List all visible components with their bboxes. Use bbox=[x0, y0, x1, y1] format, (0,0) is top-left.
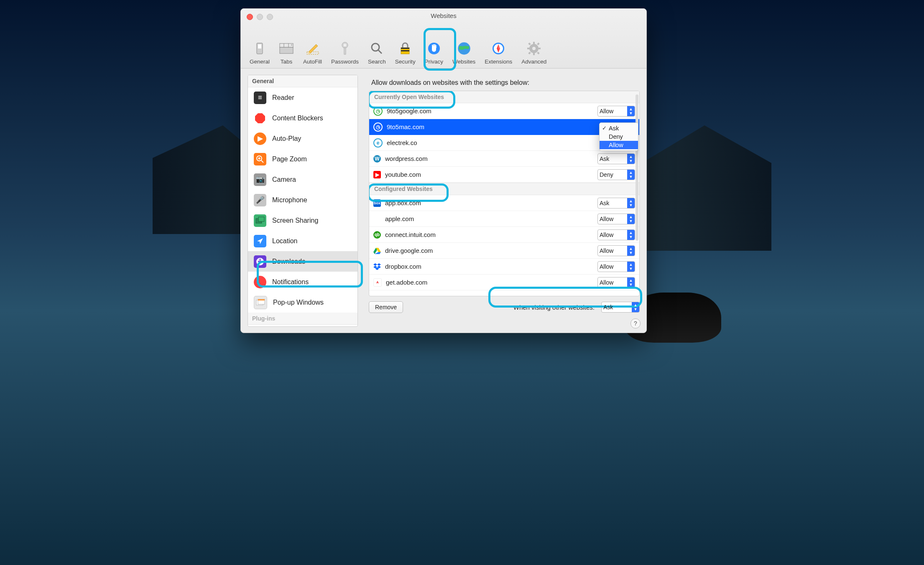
toolbar-extensions[interactable]: Extensions bbox=[480, 41, 517, 66]
svg-rect-34 bbox=[537, 52, 540, 54]
site-row-intuit[interactable]: qb connect.intuit.com Allow▲▼ bbox=[369, 227, 639, 243]
group-header-open: Currently Open Websites bbox=[369, 91, 639, 103]
site-favicon: W bbox=[373, 155, 381, 163]
sidebar-section-plugins: Plug-ins bbox=[248, 313, 357, 325]
permission-select[interactable]: Deny▲▼ bbox=[597, 169, 635, 180]
hand-icon bbox=[426, 41, 442, 56]
sidebar-item-page-zoom[interactable]: Page Zoom bbox=[248, 149, 357, 169]
site-favicon bbox=[373, 247, 381, 255]
sidebar-item-label: Page Zoom bbox=[272, 155, 307, 163]
toolbar-label: General bbox=[250, 59, 270, 65]
sidebar-item-downloads[interactable]: Downloads bbox=[248, 251, 357, 272]
content-area: General ≡Reader Content Blockers ▶Auto-P… bbox=[248, 75, 640, 327]
site-name: drive.google.com bbox=[385, 247, 593, 254]
popup-option-allow[interactable]: Allow bbox=[600, 141, 638, 149]
toolbar-websites[interactable]: Websites bbox=[448, 41, 480, 66]
main-heading: Allow downloads on websites with the set… bbox=[371, 79, 640, 87]
toolbar-security[interactable]: Security bbox=[391, 41, 420, 66]
toolbar-tabs[interactable]: + Tabs bbox=[274, 41, 299, 66]
site-row-9to5google[interactable]: ◷ 9to5google.com Allow▲▼ bbox=[369, 103, 639, 119]
site-name: get.adobe.com bbox=[386, 279, 593, 286]
sidebar-item-label: Reader bbox=[272, 94, 294, 102]
help-button[interactable]: ? bbox=[630, 318, 641, 328]
svg-rect-27 bbox=[533, 42, 535, 44]
site-row-apple[interactable]: apple.com Allow▲▼ bbox=[369, 211, 639, 227]
site-name: youtube.com bbox=[385, 171, 593, 178]
site-row-drive[interactable]: drive.google.com Allow▲▼ bbox=[369, 243, 639, 259]
popup-option-ask[interactable]: Ask bbox=[600, 124, 638, 132]
reader-icon: ≡ bbox=[254, 92, 266, 104]
toolbar-label: Tabs bbox=[281, 59, 293, 65]
svg-point-11 bbox=[372, 43, 379, 51]
permission-select[interactable]: Allow▲▼ bbox=[597, 214, 635, 224]
sidebar-item-location[interactable]: Location bbox=[248, 231, 357, 251]
scrollbar[interactable] bbox=[636, 94, 638, 241]
sidebar-item-label: Camera bbox=[272, 176, 296, 183]
titlebar: Websites General + Tabs AutoFill Passwor… bbox=[241, 9, 646, 69]
list-scroll[interactable]: Currently Open Websites ◷ 9to5google.com… bbox=[369, 91, 639, 296]
notification-badge-icon bbox=[254, 276, 266, 288]
site-favicon: A bbox=[373, 278, 382, 287]
popup-option-deny[interactable]: Deny bbox=[600, 132, 638, 141]
site-row-wordpress[interactable]: W wordpress.com Ask▲▼ bbox=[369, 151, 639, 167]
toolbar-search[interactable]: Search bbox=[363, 41, 391, 66]
sidebar-item-reader[interactable]: ≡Reader bbox=[248, 87, 357, 108]
toolbar-autofill[interactable]: AutoFill bbox=[299, 41, 327, 66]
svg-point-9 bbox=[344, 44, 346, 46]
permission-popup-menu: Ask Deny Allow bbox=[599, 122, 638, 151]
zoom-icon bbox=[254, 153, 266, 165]
svg-rect-10 bbox=[344, 48, 346, 54]
svg-point-26 bbox=[532, 47, 536, 50]
sidebar-item-content-blockers[interactable]: Content Blockers bbox=[248, 108, 357, 128]
clock-icon: ◷ bbox=[373, 122, 383, 132]
svg-rect-33 bbox=[528, 52, 531, 54]
sidebar-item-camera[interactable]: 📷Camera bbox=[248, 169, 357, 190]
sidebar-item-label: Auto-Play bbox=[272, 135, 301, 143]
compass-icon bbox=[491, 41, 506, 56]
sidebar-item-autoplay[interactable]: ▶Auto-Play bbox=[248, 128, 357, 149]
other-websites-select[interactable]: Ask▲▼ bbox=[601, 302, 640, 313]
permission-select[interactable]: Allow▲▼ bbox=[597, 229, 635, 240]
screens-icon bbox=[254, 214, 266, 227]
sidebar-item-label: Downloads bbox=[272, 258, 305, 265]
other-websites-label: When visiting other websites: bbox=[513, 304, 595, 311]
permission-select[interactable]: Ask▲▼ bbox=[597, 153, 635, 164]
site-favicon bbox=[373, 215, 381, 223]
footer-controls: Remove When visiting other websites: Ask… bbox=[369, 301, 640, 313]
site-favicon: box bbox=[373, 199, 381, 207]
sidebar-item-notifications[interactable]: Notifications bbox=[248, 272, 357, 292]
sidebar-item-label: Location bbox=[272, 237, 298, 245]
svg-rect-15 bbox=[401, 50, 409, 51]
site-row-dropbox[interactable]: dropbox.com Allow▲▼ bbox=[369, 259, 639, 275]
site-row-youtube[interactable]: ▶ youtube.com Deny▲▼ bbox=[369, 167, 639, 183]
toolbar-label: AutoFill bbox=[303, 59, 322, 65]
toolbar-passwords[interactable]: Passwords bbox=[327, 41, 363, 66]
site-name: electrek.co bbox=[387, 139, 635, 146]
sidebar-item-label: Pop-up Windows bbox=[273, 299, 324, 306]
svg-text:+: + bbox=[291, 43, 293, 47]
permission-select[interactable]: Allow▲▼ bbox=[597, 106, 635, 117]
clock-icon: ◷ bbox=[373, 107, 383, 116]
remove-button[interactable]: Remove bbox=[369, 301, 403, 313]
site-row-box[interactable]: box app.box.com Ask▲▼ bbox=[369, 195, 639, 211]
lock-icon bbox=[398, 41, 413, 56]
permission-select[interactable]: Ask▲▼ bbox=[597, 198, 635, 209]
toolbar-advanced[interactable]: Advanced bbox=[517, 41, 551, 66]
sidebar-item-label: Content Blockers bbox=[272, 115, 323, 122]
toolbar-privacy[interactable]: Privacy bbox=[420, 41, 448, 66]
svg-rect-31 bbox=[528, 43, 531, 45]
site-favicon: ▶ bbox=[373, 171, 381, 178]
sidebar-item-microphone[interactable]: 🎤Microphone bbox=[248, 190, 357, 210]
sidebar-item-label: Microphone bbox=[272, 196, 307, 204]
sidebar-item-screen-sharing[interactable]: Screen Sharing bbox=[248, 210, 357, 231]
permission-select[interactable]: Allow▲▼ bbox=[597, 245, 635, 256]
site-name: 9to5google.com bbox=[387, 107, 593, 115]
toolbar-label: Search bbox=[368, 59, 386, 65]
svg-line-12 bbox=[378, 50, 382, 53]
sidebar-item-popup-windows[interactable]: Pop-up Windows bbox=[248, 292, 357, 313]
sidebar-item-label: Screen Sharing bbox=[272, 217, 318, 224]
toolbar-general[interactable]: General bbox=[245, 41, 274, 66]
permission-select[interactable]: Allow▲▼ bbox=[597, 261, 635, 272]
permission-select[interactable]: Allow▲▼ bbox=[597, 277, 635, 288]
site-row-adobe[interactable]: A get.adobe.com Allow▲▼ bbox=[369, 275, 639, 290]
